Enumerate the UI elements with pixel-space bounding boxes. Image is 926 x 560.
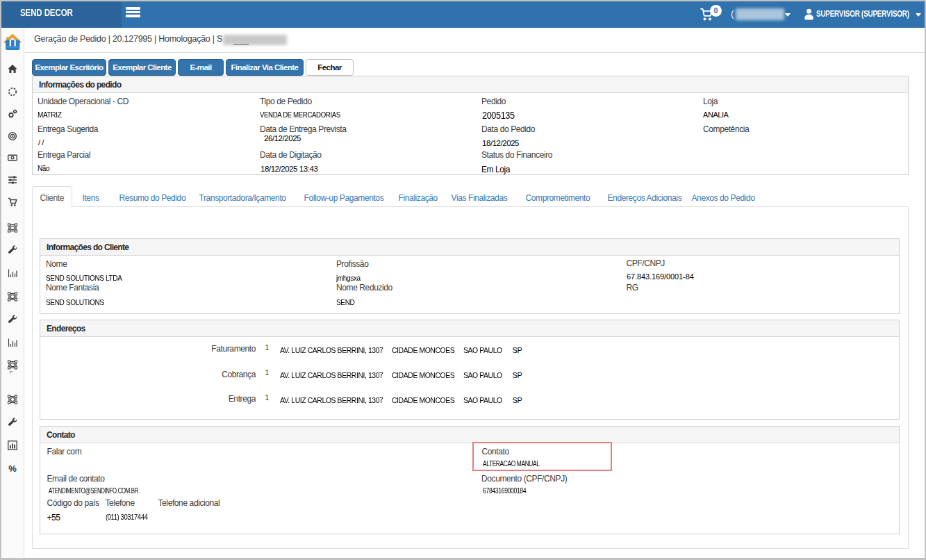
svg-text:%: % — [8, 463, 17, 473]
